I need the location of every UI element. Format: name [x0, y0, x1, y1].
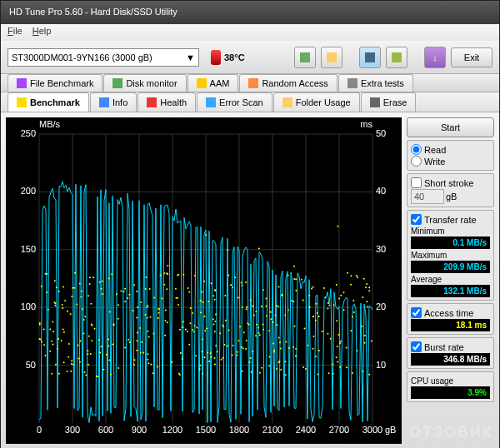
tab-random-access[interactable]: Random Access [239, 74, 337, 92]
svg-point-339 [152, 372, 154, 374]
svg-point-94 [177, 297, 178, 299]
svg-point-142 [99, 281, 101, 283]
svg-text:900: 900 [132, 425, 147, 435]
tab-erase[interactable]: Erase [361, 92, 417, 112]
temperature-value: 38°C [224, 52, 245, 62]
svg-point-140 [82, 308, 83, 310]
svg-point-102 [68, 343, 70, 345]
svg-point-370 [365, 286, 367, 288]
svg-point-58 [133, 284, 135, 286]
svg-point-72 [142, 352, 144, 354]
svg-point-322 [282, 294, 283, 296]
svg-point-291 [352, 300, 354, 301]
svg-text:100: 100 [21, 301, 36, 311]
svg-point-171 [292, 301, 294, 302]
svg-point-109 [336, 320, 338, 321]
svg-point-302 [339, 342, 341, 344]
svg-point-67 [187, 331, 188, 332]
tab-disk-monitor[interactable]: Disk monitor [103, 74, 186, 92]
short-stroke-check[interactable]: Short stroke [411, 177, 490, 188]
screenshot-button[interactable] [321, 47, 342, 68]
burst-rate-check[interactable]: Burst rate [411, 341, 490, 352]
svg-point-264 [238, 340, 239, 341]
svg-point-119 [110, 374, 112, 376]
tab-row-upper: File Benchmark Disk monitor AAM Random A… [1, 74, 499, 92]
svg-point-309 [270, 318, 272, 320]
search-icon [206, 97, 216, 107]
svg-point-284 [54, 305, 56, 306]
svg-point-320 [232, 354, 233, 356]
svg-point-172 [148, 336, 150, 338]
svg-point-379 [79, 282, 81, 284]
svg-point-415 [350, 284, 352, 286]
tab-benchmark[interactable]: Benchmark [8, 92, 89, 112]
tab-health[interactable]: Health [138, 92, 196, 112]
svg-point-268 [337, 346, 338, 347]
svg-point-126 [224, 344, 226, 346]
svg-point-429 [285, 374, 287, 376]
svg-point-321 [295, 348, 297, 350]
svg-point-110 [227, 345, 228, 346]
svg-point-84 [280, 348, 282, 350]
read-radio[interactable]: Read [411, 144, 490, 155]
svg-point-187 [212, 319, 214, 321]
burst-group: Burst rate 346.8 MB/s [407, 337, 494, 369]
svg-point-141 [182, 326, 183, 328]
copy-info-button[interactable] [294, 47, 316, 68]
svg-point-247 [89, 283, 91, 285]
save-button[interactable]: ↓ [424, 47, 446, 68]
svg-point-155 [200, 311, 202, 313]
svg-point-201 [132, 310, 134, 311]
svg-point-361 [124, 346, 126, 348]
svg-point-78 [160, 274, 162, 276]
tab-aam[interactable]: AAM [188, 74, 239, 92]
svg-point-255 [262, 324, 264, 326]
camera-button[interactable] [359, 47, 381, 68]
svg-point-79 [108, 277, 110, 279]
exit-button[interactable]: Exit [451, 47, 492, 67]
svg-point-236 [52, 331, 54, 332]
tab-file-benchmark[interactable]: File Benchmark [8, 74, 102, 92]
svg-point-383 [276, 324, 278, 326]
dropdown-arrow-icon: ▼ [186, 52, 195, 62]
svg-point-220 [268, 330, 270, 331]
start-button[interactable]: Start [407, 117, 494, 137]
svg-point-66 [288, 347, 290, 349]
svg-point-340 [350, 275, 352, 276]
svg-point-346 [129, 341, 131, 343]
svg-point-367 [212, 324, 214, 326]
options-button[interactable] [386, 47, 408, 68]
svg-point-423 [81, 291, 82, 292]
write-radio[interactable]: Write [411, 156, 490, 167]
menu-help[interactable]: Help [32, 26, 52, 39]
tab-extra-tests[interactable]: Extra tests [338, 74, 413, 92]
svg-point-273 [230, 284, 232, 286]
svg-point-100 [266, 315, 268, 316]
tab-info[interactable]: Info [90, 92, 137, 112]
access-time-check[interactable]: Access time [411, 307, 490, 318]
menu-file[interactable]: File [8, 26, 22, 39]
svg-point-373 [128, 339, 129, 341]
svg-point-409 [305, 368, 307, 370]
titlebar: HD Tune Pro 5.60 - Hard Disk/SSD Utility [1, 1, 499, 24]
svg-point-86 [73, 287, 75, 289]
tab-folder-usage[interactable]: Folder Usage [273, 92, 360, 112]
svg-point-336 [91, 340, 92, 341]
svg-point-404 [246, 308, 248, 310]
svg-point-427 [84, 316, 86, 317]
svg-point-397 [332, 373, 334, 375]
svg-point-358 [193, 331, 195, 332]
stroke-input[interactable] [411, 189, 444, 204]
svg-point-210 [112, 325, 114, 326]
tab-error-scan[interactable]: Error Scan [197, 92, 272, 112]
transfer-rate-check[interactable]: Transfer rate [411, 214, 490, 225]
svg-point-408 [150, 364, 152, 366]
svg-point-390 [367, 306, 368, 308]
drive-select[interactable]: ST3000DM001-9YN166 (3000 gB) ▼ [8, 48, 199, 67]
svg-point-393 [55, 302, 57, 304]
svg-point-407 [39, 324, 41, 326]
svg-point-296 [250, 299, 252, 301]
stroke-spinner[interactable]: gB [411, 189, 490, 204]
svg-point-195 [145, 276, 147, 278]
svg-point-304 [136, 291, 138, 292]
